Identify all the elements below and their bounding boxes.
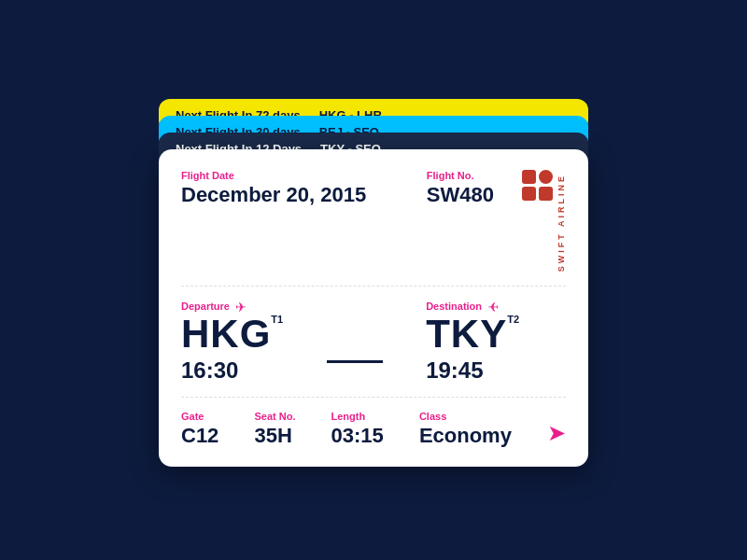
divider-bottom (181, 397, 566, 398)
length-field: Length 03:15 (331, 411, 384, 448)
divider-top (181, 286, 566, 287)
destination-block: Destination ✈ TKY T2 19:45 (426, 300, 519, 384)
logo-shape-2 (539, 170, 553, 184)
destination-time: 19:45 (426, 357, 519, 384)
logo-shape-4 (539, 187, 553, 201)
seat-field: Seat No. 35H (254, 411, 295, 448)
date-section: Flight Date December 20, 2015 (181, 170, 366, 207)
departure-terminal: T1 (271, 315, 283, 325)
airline-name: SWIFT AIRLINE (557, 174, 566, 272)
logo-shape-1 (522, 170, 536, 184)
class-field: Class Economy (419, 411, 512, 448)
boarding-pass-card: Flight Date December 20, 2015 Flight No.… (159, 149, 588, 466)
class-label: Class (419, 411, 512, 422)
destination-city: TKY (426, 315, 507, 354)
share-icon[interactable]: ➤ (547, 420, 566, 446)
length-value: 03:15 (331, 424, 384, 448)
date-value: December 20, 2015 (181, 183, 366, 207)
flightno-section: Flight No. SW480 (427, 170, 494, 207)
departure-city: HKG (181, 315, 271, 354)
date-label: Flight Date (181, 170, 366, 181)
destination-terminal: T2 (507, 315, 519, 325)
airline-logo: SWIFT AIRLINE (522, 170, 566, 272)
length-label: Length (331, 411, 384, 422)
route-line (327, 360, 383, 363)
flight-route: Departure ✈ HKG T1 16:30 Destination ✈ T… (181, 300, 566, 384)
seat-value: 35H (254, 424, 295, 448)
departure-label: Departure (181, 301, 230, 312)
class-value: Economy (419, 424, 512, 448)
bottom-info-row: Gate C12 Seat No. 35H Length 03:15 Class… (181, 411, 566, 448)
seat-label: Seat No. (254, 411, 295, 422)
departure-block: Departure ✈ HKG T1 16:30 (181, 300, 283, 384)
card-header: Flight Date December 20, 2015 Flight No.… (181, 170, 566, 272)
gate-value: C12 (181, 424, 218, 448)
flightno-label: Flight No. (427, 170, 494, 181)
logo-shape-3 (522, 187, 536, 201)
destination-plane-icon: ✈ (487, 300, 499, 315)
departure-time: 16:30 (181, 357, 283, 384)
flightno-value: SW480 (427, 183, 494, 207)
gate-label: Gate (181, 411, 218, 422)
destination-label: Destination (426, 301, 482, 312)
gate-field: Gate C12 (181, 411, 218, 448)
